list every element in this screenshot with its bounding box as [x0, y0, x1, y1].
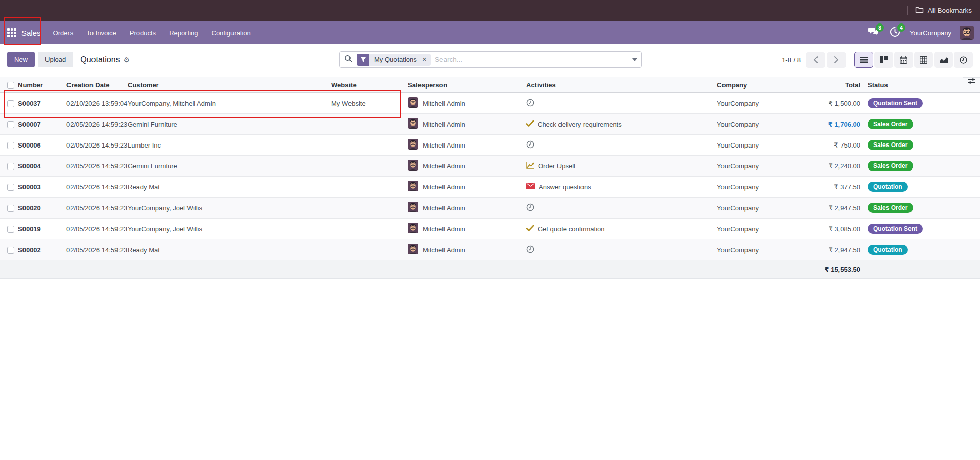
apps-grid-icon[interactable]: [7, 28, 16, 37]
menu-configuration[interactable]: Configuration: [212, 29, 251, 37]
row-select-cell: [0, 239, 18, 260]
row-checkbox[interactable]: [7, 100, 14, 107]
user-avatar[interactable]: [960, 26, 974, 40]
row-creation-date-cell: 02/05/2026 14:59:23: [66, 156, 128, 177]
search-input[interactable]: [435, 56, 628, 63]
email-icon[interactable]: [526, 183, 535, 191]
browser-chrome: All Bookmarks: [0, 0, 980, 21]
clock-icon[interactable]: [526, 203, 534, 213]
row-number-cell: S00006: [18, 135, 66, 156]
row-salesperson-cell: Mitchell Admin: [408, 156, 526, 177]
row-company-cell: YourCompany: [717, 135, 812, 156]
activities-button[interactable]: 4: [888, 26, 901, 39]
menu-products[interactable]: Products: [130, 29, 156, 37]
breadcrumb: Quotations ⚙: [80, 55, 130, 64]
screen: All Bookmarks Sales Orders To Invoice Pr…: [0, 0, 980, 460]
calendar-view-button[interactable]: [894, 52, 913, 68]
all-bookmarks-label: All Bookmarks: [928, 7, 972, 14]
table-row[interactable]: S0000602/05/2026 14:59:23Lumber IncMitch…: [0, 135, 980, 156]
row-website-cell: [331, 177, 408, 198]
row-checkbox[interactable]: [7, 184, 14, 191]
table-row[interactable]: S0003702/10/2026 13:59:04YourCompany, Mi…: [0, 93, 980, 114]
gear-icon[interactable]: ⚙: [124, 56, 130, 64]
row-company-cell: YourCompany: [717, 177, 812, 198]
clock-icon[interactable]: [526, 140, 534, 150]
search-dropdown-toggle[interactable]: [628, 52, 641, 67]
check-icon[interactable]: [526, 225, 534, 233]
graph-view-button[interactable]: [934, 52, 953, 68]
menu-to-invoice[interactable]: To Invoice: [86, 29, 116, 37]
row-checkbox[interactable]: [7, 226, 14, 233]
filter-funnel-icon: [357, 54, 369, 66]
row-checkbox[interactable]: [7, 247, 14, 254]
row-website-cell: [331, 198, 408, 219]
column-header-number[interactable]: Number: [18, 77, 66, 93]
column-header-company[interactable]: Company: [717, 77, 812, 93]
row-creation-date-cell: 02/10/2026 13:59:04: [66, 93, 128, 114]
row-company-cell: YourCompany: [717, 239, 812, 260]
row-total-cell: ₹ 3,085.00: [812, 219, 864, 239]
column-header-activities[interactable]: Activities: [526, 77, 717, 93]
row-activities-cell: Answer questions: [526, 177, 717, 198]
facet-close-icon[interactable]: ✕: [421, 54, 431, 66]
company-switcher[interactable]: YourCompany: [909, 29, 951, 37]
row-activities-cell: [526, 93, 717, 114]
table-row[interactable]: S0000302/05/2026 14:59:23Ready MatMitche…: [0, 177, 980, 198]
new-button[interactable]: New: [7, 52, 35, 67]
pager-value: 1-8 / 8: [782, 56, 801, 64]
activity-view-button[interactable]: [954, 52, 973, 68]
table-footer-row: ₹ 15,553.50: [0, 260, 980, 279]
column-header-creation-date[interactable]: Creation Date: [66, 77, 128, 93]
upsell-icon[interactable]: [526, 162, 534, 171]
menu-orders[interactable]: Orders: [53, 29, 74, 37]
activities-badge: 4: [897, 23, 905, 32]
row-select-cell: [0, 219, 18, 239]
all-bookmarks-button[interactable]: All Bookmarks: [915, 6, 972, 15]
row-customer-cell: Lumber Inc: [128, 135, 331, 156]
row-number-cell: S00004: [18, 156, 66, 177]
row-total-cell: ₹ 750.00: [812, 135, 864, 156]
clock-icon[interactable]: [526, 99, 534, 108]
column-header-total[interactable]: Total: [812, 77, 864, 93]
app-menu-sales[interactable]: Sales: [21, 29, 41, 37]
row-checkbox[interactable]: [7, 121, 14, 128]
table-row[interactable]: S0000202/05/2026 14:59:23Ready MatMitche…: [0, 239, 980, 260]
messages-button[interactable]: 8: [867, 26, 880, 39]
pager-next-button[interactable]: [827, 52, 846, 68]
search-icon: [344, 55, 353, 65]
table-row[interactable]: S0000702/05/2026 14:59:23Gemini Furnitur…: [0, 114, 980, 135]
row-number-cell: S00003: [18, 177, 66, 198]
check-icon[interactable]: [526, 120, 534, 128]
upload-button[interactable]: Upload: [38, 52, 73, 67]
optional-columns-icon[interactable]: [963, 77, 980, 93]
column-header-status[interactable]: Status: [864, 77, 963, 93]
menu-reporting[interactable]: Reporting: [169, 29, 198, 37]
column-header-website[interactable]: Website: [331, 77, 408, 93]
clock-icon[interactable]: [526, 245, 534, 255]
row-trailing-cell: [963, 198, 980, 219]
pivot-view-button[interactable]: [914, 52, 933, 68]
row-total-cell: ₹ 377.50: [812, 177, 864, 198]
row-checkbox[interactable]: [7, 205, 14, 212]
table-row[interactable]: S0002002/05/2026 14:59:23YourCompany, Jo…: [0, 198, 980, 219]
column-header-salesperson[interactable]: Salesperson: [408, 77, 526, 93]
pager-previous-button[interactable]: [806, 52, 825, 68]
row-number-cell: S00007: [18, 114, 66, 135]
row-activities-cell: Check delivery requirements: [526, 114, 717, 135]
row-activities-cell: Get quote confirmation: [526, 219, 717, 239]
row-status-cell: Sales Order: [864, 135, 963, 156]
kanban-view-button[interactable]: [874, 52, 893, 68]
salesperson-avatar: [408, 223, 418, 235]
column-header-customer[interactable]: Customer: [128, 77, 331, 93]
salesperson-name: Mitchell Admin: [423, 162, 465, 170]
row-checkbox[interactable]: [7, 163, 14, 170]
table-row[interactable]: S0001902/05/2026 14:59:23YourCompany, Jo…: [0, 219, 980, 239]
row-activities-cell: [526, 239, 717, 260]
table-row[interactable]: S0000402/05/2026 14:59:23Gemini Furnitur…: [0, 156, 980, 177]
row-creation-date-cell: 02/05/2026 14:59:23: [66, 239, 128, 260]
row-checkbox[interactable]: [7, 142, 14, 149]
select-all-checkbox[interactable]: [7, 82, 14, 89]
list-view-button[interactable]: [854, 52, 873, 68]
row-status-cell: Quotation Sent: [864, 219, 963, 239]
row-total-cell: ₹ 2,947.50: [812, 198, 864, 219]
